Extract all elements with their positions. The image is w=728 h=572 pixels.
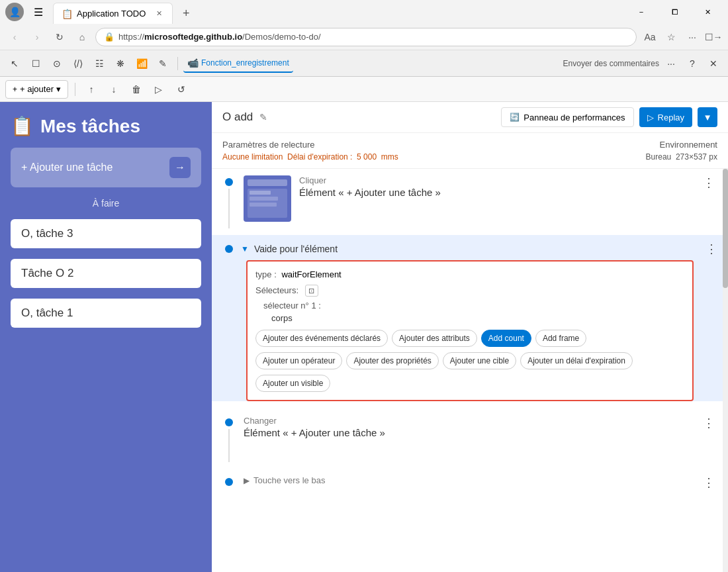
step-3-element-prefix: Élément « [244,427,289,438]
step-3-action: Changer [244,416,692,426]
tl-dot-3 [225,418,233,426]
home-button[interactable]: ⌂ [73,28,91,46]
btn-add-timeout[interactable]: Ajouter un délai d'expiration [520,352,633,369]
send-feedback-text[interactable]: Envoyer des commentaires [563,59,659,68]
tl-dot-area-1 [222,175,236,228]
btn-add-count[interactable]: Add count [481,330,531,347]
address-bar-actions: Aa ☆ ··· ☐→ [641,28,723,46]
tab-close-button[interactable]: ✕ [154,9,164,19]
todo-header: 📋 Mes tâches [11,115,201,137]
address-input[interactable]: 🔒 https://microsoftedge.github.io/Demos/… [95,28,637,46]
selector-add-icon[interactable]: ⊡ [305,285,318,297]
profile-icon[interactable]: 👤 [5,3,24,21]
params-left: Paramètres de relecture Aucune limitatio… [222,140,470,162]
performance-panel-button[interactable]: 🔄 Panneau de performances [501,107,633,127]
expand-title: Vaide pour l'élément [254,244,338,254]
selectors-row: Sélecteurs: ⊡ [255,285,684,297]
step-1-element-name: + Ajouter une tâche » [344,187,441,198]
todo-logo: 📋 [11,115,34,137]
tab-bar: 📋 Application TODO ✕ + [48,0,626,24]
wifi-icon[interactable]: 📶 [132,54,151,73]
step-1-more-icon[interactable]: ⋮ [700,175,717,190]
todo-item[interactable]: O, tâche 3 [11,219,201,248]
expand-arrow-icon[interactable]: ▼ [241,244,249,254]
btn-add-target[interactable]: Ajouter une cible [443,352,516,369]
close-devtools-icon[interactable]: ✕ [704,54,723,73]
read-aloud-icon[interactable]: Aa [641,28,659,46]
expand-box: type : waitForElement Sélecteurs: ⊡ séle… [246,260,694,401]
step-1-content: Cliquer Élément « + Ajouter une tâche » [299,175,692,198]
params-section: Paramètres de relecture Aucune limitatio… [212,133,728,169]
replay-dropdown-button[interactable]: ▼ [698,107,717,127]
back-button[interactable]: ‹ [5,28,24,46]
network-icon[interactable]: ☷ [90,54,109,73]
todo-item[interactable]: O, tâche 1 [11,299,201,328]
btn-add-visible[interactable]: Ajouter un visible [255,375,330,392]
todo-sidebar: 📋 Mes tâches + Ajouter une tâche → À fai… [0,102,212,572]
refresh-button[interactable]: ↻ [50,28,69,46]
toolbar-separator [177,57,178,70]
timeline-step-1: Cliquer Élément « + Ajouter une tâche » … [212,169,728,235]
edit-title-icon[interactable]: ✎ [259,112,267,122]
replay-dropdown-icon: ▼ [703,113,711,122]
btn-add-attributes[interactable]: Ajouter des attributs [392,330,477,347]
favorites-icon[interactable]: ☆ [662,28,680,46]
btn-add-properties[interactable]: Ajouter des propriétés [346,352,438,369]
perf-btn-label: Panneau de performances [523,113,625,122]
btn-add-operator[interactable]: Ajouter un opérateur [255,352,342,369]
env-title: Environnement [470,140,717,150]
sidebar-toggle[interactable]: ☰ [29,3,48,21]
tl-dot-area-2 [222,245,236,253]
new-tab-button[interactable]: + [175,3,197,24]
console-icon[interactable]: ⊙ [48,54,66,73]
more-devtools-icon[interactable]: ··· [662,54,680,73]
tl-dot-4 [225,478,233,486]
recorder-tab-label: Fonction_enregistrement [201,58,289,68]
panel-title: O add [222,111,253,124]
forward-button[interactable]: › [28,28,46,46]
add-task-label: + Ajouter une tâche [21,162,113,173]
device-icon[interactable]: ☐ [26,54,45,73]
tab-title: Application TODO [77,9,146,19]
inspect-icon[interactable]: ↖ [5,54,24,73]
play-icon[interactable]: ▷ [150,80,168,99]
step-4-more-icon[interactable]: ⋮ [700,475,717,490]
sources-icon[interactable]: ❋ [111,54,130,73]
help-icon[interactable]: ? [683,54,702,73]
minimize-button[interactable]: − [626,2,657,22]
export-up-icon[interactable]: ↑ [82,80,101,99]
restore-button[interactable]: ⧠ [659,2,690,22]
recorder-tab[interactable]: 📹 Fonction_enregistrement [183,54,293,73]
tl-dot-area-4 [222,475,236,486]
params-right: Environnement Bureau 273×537 px [470,140,717,162]
todo-item[interactable]: Tâche O 2 [11,259,201,288]
close-button[interactable]: ✕ [692,2,723,22]
active-tab[interactable]: 📋 Application TODO ✕ [53,3,173,24]
replay-label: Replay [658,113,684,122]
btn-declared-events[interactable]: Ajouter des événements déclarés [255,330,388,347]
replay-button[interactable]: ▷ Replay [639,107,692,127]
selector-num-label: sélecteur n° 1 : [263,301,684,310]
extension-icon[interactable]: ☐→ [704,28,723,46]
env-detail: Bureau 273×537 px [470,152,717,162]
import-down-icon[interactable]: ↓ [105,80,123,99]
step-3-more-icon[interactable]: ⋮ [700,416,717,430]
step-2-more-icon[interactable]: ⋮ [705,242,717,256]
delete-icon[interactable]: 🗑 [127,80,146,99]
draw-icon[interactable]: ✎ [154,54,172,73]
title-bar-left: 👤 ☰ [5,3,48,21]
step-thumbnail-1 [244,175,291,222]
redo-icon[interactable]: ↺ [172,80,191,99]
btn-add-frame[interactable]: Add frame [535,330,586,347]
address-bar: ‹ › ↻ ⌂ 🔒 https://microsoftedge.github.i… [0,24,728,50]
selectors-label: Sélecteurs: [255,285,298,295]
step-4-content: ▶ Touche vers le bas [244,475,692,487]
add-recording-button[interactable]: + + ajouter ▾ [5,80,68,99]
scrollbar-thumb[interactable] [723,169,728,288]
add-task-button[interactable]: + Ajouter une tâche → [11,148,201,187]
more-tools-icon[interactable]: ··· [683,28,702,46]
devtools-panel: O add ✎ 🔄 Panneau de performances ▷ Repl… [212,102,728,572]
elements-icon[interactable]: ⟨/⟩ [69,54,87,73]
expand-header: ▼ Vaide pour l'élément ⋮ [212,235,728,260]
type-label: type : [255,269,277,279]
